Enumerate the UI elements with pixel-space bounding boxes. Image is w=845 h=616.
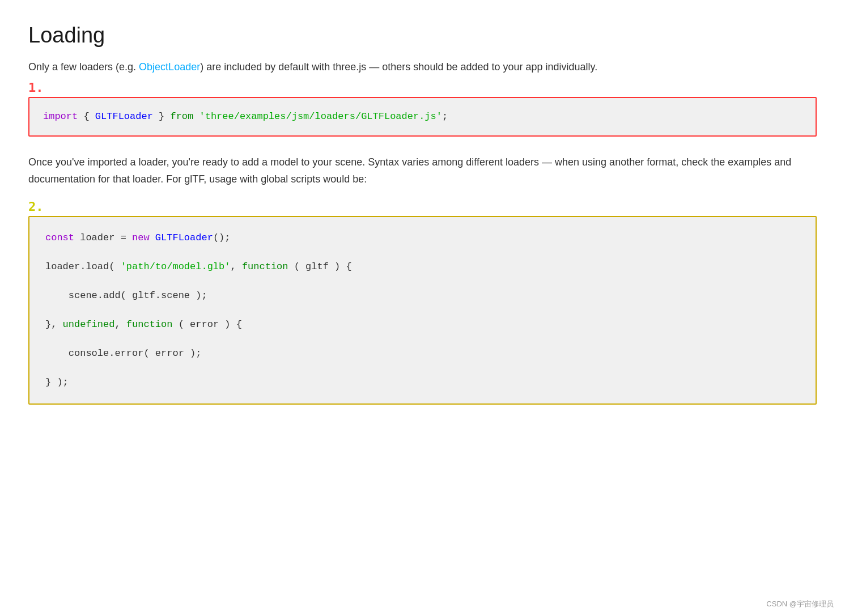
paragraph-2: Once you've imported a loader, you're re…	[28, 154, 817, 188]
code2-empty-5	[45, 361, 800, 376]
code2-empty-4	[45, 332, 800, 347]
description-post-text: ) are included by default with three.js …	[200, 61, 597, 73]
object-loader-link[interactable]: ObjectLoader	[139, 61, 200, 73]
section-1-number: 1.	[28, 80, 817, 95]
code1-space	[193, 111, 199, 122]
code1-import-keyword: import	[43, 111, 78, 122]
code1-brace-close: }	[153, 111, 171, 122]
description-pre-text: Only a few loaders (e.g.	[28, 61, 139, 73]
section-2: 2. const loader = new GLTFLoader(); load…	[28, 199, 817, 405]
page-title: Loading	[28, 23, 817, 49]
code1-brace-open: {	[78, 111, 95, 122]
code2-line-4: }, undefined, function ( error ) {	[45, 317, 800, 332]
code2-empty-1	[45, 245, 800, 260]
code2-line-1: const loader = new GLTFLoader();	[45, 231, 800, 245]
section-2-number: 2.	[28, 199, 817, 214]
code2-empty-2	[45, 274, 800, 289]
code2-empty-3	[45, 303, 800, 318]
code1-gltfloader: GLTFLoader	[95, 111, 153, 122]
code-block-1: import { GLTFLoader } from 'three/exampl…	[28, 97, 817, 137]
code2-line-6: } );	[45, 375, 800, 390]
code1-path-string: 'three/examples/jsm/loaders/GLTFLoader.j…	[199, 111, 441, 122]
code-block-2: const loader = new GLTFLoader(); loader.…	[28, 216, 817, 405]
csdn-watermark: CSDN @宇宙修理员	[766, 599, 834, 609]
section-1: 1. import { GLTFLoader } from 'three/exa…	[28, 80, 817, 137]
code2-line-5: console.error( error );	[45, 346, 800, 361]
code2-line-2: loader.load( 'path/to/model.glb', functi…	[45, 260, 800, 274]
code1-from-keyword: from	[170, 111, 193, 122]
code2-line-3: scene.add( gltf.scene );	[45, 288, 800, 303]
code1-semicolon: ;	[442, 111, 448, 122]
description-paragraph-1: Only a few loaders (e.g. ObjectLoader) a…	[28, 59, 817, 75]
